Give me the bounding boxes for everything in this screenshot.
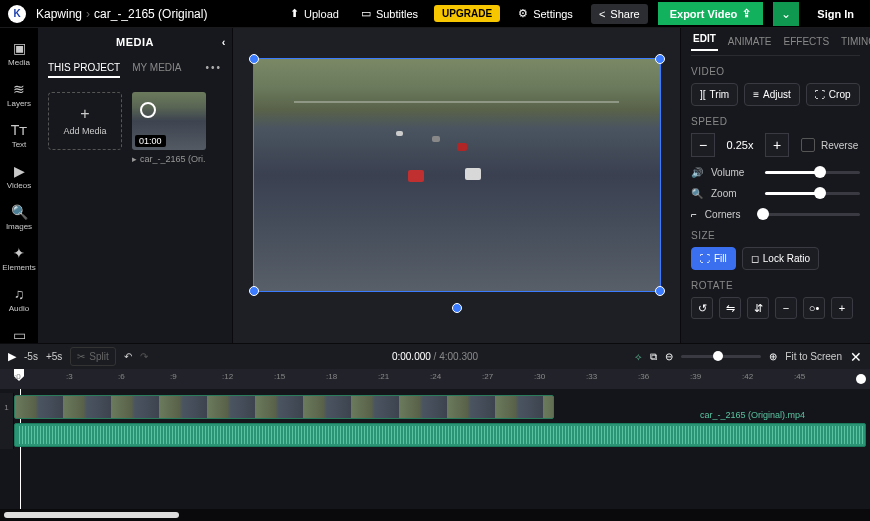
crop-button[interactable]: ⛶Crop [806,83,860,106]
speed-section-label: SPEED [691,116,860,127]
export-button[interactable]: Export Video ⇪ [658,2,764,25]
align-plus-button[interactable]: + [831,297,853,319]
snap-icon[interactable]: ⟡ [635,351,642,363]
flip-v-button[interactable]: ⇵ [747,297,769,319]
rail-label: Media [8,58,30,67]
ruler-tick: :15 [274,372,285,381]
rail-images[interactable]: 🔍Images [0,198,38,237]
rail-media[interactable]: ▣Media [0,34,38,73]
tab-effects[interactable]: EFFECTS [782,36,832,47]
export-dropdown[interactable]: ⌄ [773,2,799,26]
video-content [465,168,481,180]
adjust-button[interactable]: ≡Adjust [744,83,800,106]
fit-to-screen-button[interactable]: Fit to Screen [785,351,842,362]
video-content [457,143,467,151]
ruler-tick: :30 [534,372,545,381]
fill-button[interactable]: ⛶Fill [691,247,736,270]
breadcrumb[interactable]: Kapwing › car_-_2165 (Original) [36,7,207,21]
kapwing-logo[interactable]: K [8,5,26,23]
flip-h-button[interactable]: ⇋ [719,297,741,319]
zoom-in-icon[interactable]: ⊕ [769,351,777,362]
rail-videos[interactable]: ▶Videos [0,157,38,196]
reverse-checkbox[interactable] [801,138,815,152]
signin-button[interactable]: Sign In [809,4,862,24]
jump-back-button[interactable]: -5s [24,351,38,362]
align-minus-button[interactable]: − [775,297,797,319]
corners-slider[interactable] [759,213,860,216]
rail-audio[interactable]: ♫Audio [0,280,38,319]
redo-button[interactable]: ↷ [140,351,148,362]
magnet-icon[interactable]: ⧉ [650,351,657,363]
tab-this-project[interactable]: THIS PROJECT [48,62,120,78]
media-thumbnail[interactable]: 01:00 [132,92,206,150]
ruler-tick: :33 [586,372,597,381]
tab-timing[interactable]: TIMING [839,36,870,47]
rail-elements[interactable]: ✦Elements [0,239,38,278]
upgrade-button[interactable]: UPGRADE [434,5,500,22]
timeline-ruler[interactable]: :0:3:6:9:12:15:18:21:24:27:30:33:36:39:4… [0,369,870,389]
audio-icon: ♫ [0,286,38,302]
add-media-label: Add Media [63,126,106,136]
resize-handle-bl[interactable] [249,286,259,296]
video-selection[interactable] [253,58,661,292]
ruler-tick: :42 [742,372,753,381]
export-icon: ⇪ [742,7,751,20]
timeline-zoom-slider[interactable] [681,355,761,358]
track-index: 1 [0,393,14,421]
play-button[interactable]: ▶ [8,350,16,363]
split-button[interactable]: ✂Split [70,347,115,366]
rail-label: Layers [7,99,31,108]
fill-label: Fill [714,253,727,264]
jump-fwd-button[interactable]: +5s [46,351,62,362]
horizontal-scrollbar[interactable] [4,512,179,518]
speed-minus-button[interactable]: − [691,133,715,157]
rotate-handle[interactable] [452,303,462,313]
resize-handle-tr[interactable] [655,54,665,64]
ruler-tick: :36 [638,372,649,381]
zoom-out-icon[interactable]: ⊖ [665,351,673,362]
rotate-ccw-button[interactable]: ↺ [691,297,713,319]
tab-my-media[interactable]: MY MEDIA [132,62,181,78]
rail-label: Audio [9,304,29,313]
brand-text: Kapwing [36,7,82,21]
trim-button[interactable]: ][Trim [691,83,738,106]
corners-label: Corners [705,209,751,220]
trim-label: Trim [710,89,730,100]
video-clip[interactable] [14,395,554,419]
speed-plus-button[interactable]: + [765,133,789,157]
share-button[interactable]: < Share [591,4,648,24]
tab-animate[interactable]: ANIMATE [726,36,774,47]
audio-clip[interactable]: car_-_2165 (Original).mp4 [14,423,866,447]
add-media-button[interactable]: + Add Media [48,92,122,150]
collapse-panel-icon[interactable]: ‹ [222,36,226,48]
rail-layers[interactable]: ≋Layers [0,75,38,114]
volume-slider[interactable] [765,171,860,174]
upload-button[interactable]: ⬆ Upload [284,3,345,24]
total-duration: 4:00.300 [439,351,478,362]
project-name: car_-_2165 (Original) [94,7,207,21]
timeline-tracks[interactable]: 1 car_-_2165 (Original).mp4 [0,389,870,509]
subtitles-icon: ▭ [361,7,371,20]
lock-ratio-button[interactable]: ◻Lock Ratio [742,247,819,270]
size-section-label: SIZE [691,230,860,241]
rail-text[interactable]: TᴛText [0,116,38,155]
resize-handle-tl[interactable] [249,54,259,64]
align-center-button[interactable]: ○• [803,297,825,319]
fill-icon: ⛶ [700,253,710,264]
ruler-tick: :12 [222,372,233,381]
resize-handle-br[interactable] [655,286,665,296]
canvas[interactable] [233,28,680,343]
more-icon[interactable]: ••• [205,62,222,78]
close-timeline-icon[interactable]: ✕ [850,349,862,365]
end-marker[interactable] [856,374,866,384]
zoom-slider[interactable] [765,192,860,195]
settings-button[interactable]: ⚙ Settings [510,3,581,24]
subtitles-button[interactable]: ▭ Subtitles [355,3,424,24]
scenes-icon: ▭ [0,327,38,343]
zoom-icon: 🔍 [691,188,703,199]
media-icon: ▣ [0,40,38,56]
ruler-tick: :6 [118,372,125,381]
tab-edit[interactable]: EDIT [691,33,718,51]
rotate-section-label: ROTATE [691,280,860,291]
undo-button[interactable]: ↶ [124,351,132,362]
